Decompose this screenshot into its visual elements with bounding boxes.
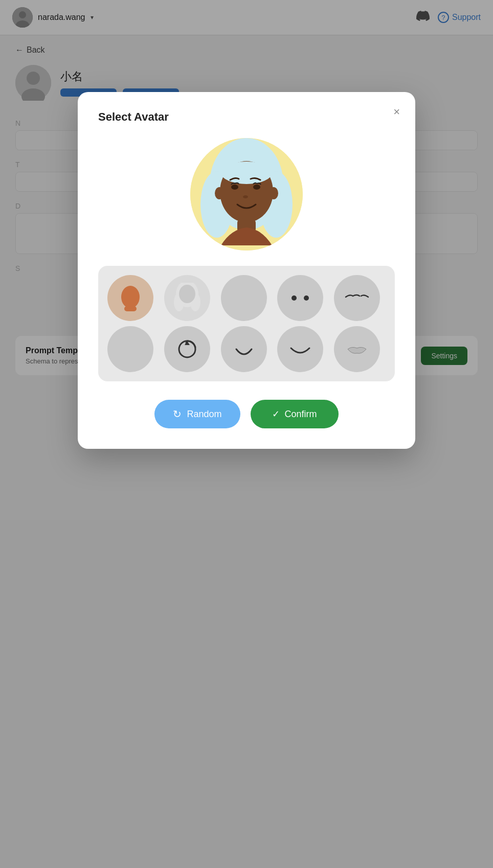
confirm-button[interactable]: ✓ Confirm: [251, 400, 339, 428]
part-item-accessory[interactable]: [164, 326, 210, 372]
svg-point-11: [221, 162, 272, 184]
random-button[interactable]: ↻ Random: [154, 400, 240, 428]
part-item-eyes[interactable]: [277, 275, 323, 321]
part-item-mouth-shape[interactable]: [221, 326, 267, 372]
part-item-3[interactable]: [221, 275, 267, 321]
svg-point-25: [304, 295, 309, 301]
svg-rect-19: [124, 306, 137, 311]
svg-point-17: [269, 187, 278, 199]
svg-point-23: [179, 285, 195, 303]
modal-close-button[interactable]: ×: [393, 106, 400, 118]
svg-point-12: [231, 185, 238, 190]
part-item-lips[interactable]: [334, 326, 380, 372]
check-icon: ✓: [272, 408, 280, 420]
select-avatar-modal: Select Avatar ×: [78, 92, 415, 449]
svg-point-24: [292, 295, 297, 301]
part-item-6[interactable]: [107, 326, 153, 372]
svg-point-14: [243, 195, 248, 198]
background-page: narada.wang ▾ ? Support ← Back: [0, 0, 493, 868]
svg-point-16: [215, 187, 224, 199]
modal-actions: ↻ Random ✓ Confirm: [98, 400, 395, 428]
modal-overlay: Select Avatar ×: [0, 0, 493, 868]
part-item-hair[interactable]: [164, 275, 210, 321]
refresh-icon: ↻: [173, 408, 182, 420]
modal-title: Select Avatar: [98, 110, 395, 124]
avatar-parts-grid: [98, 266, 395, 381]
svg-point-18: [121, 286, 140, 308]
part-item-skin[interactable]: [107, 275, 153, 321]
part-item-lashes[interactable]: [334, 275, 380, 321]
avatar-preview-container: [98, 138, 395, 250]
avatar-preview: [190, 138, 303, 250]
svg-point-13: [253, 185, 260, 190]
part-item-smile[interactable]: [277, 326, 323, 372]
